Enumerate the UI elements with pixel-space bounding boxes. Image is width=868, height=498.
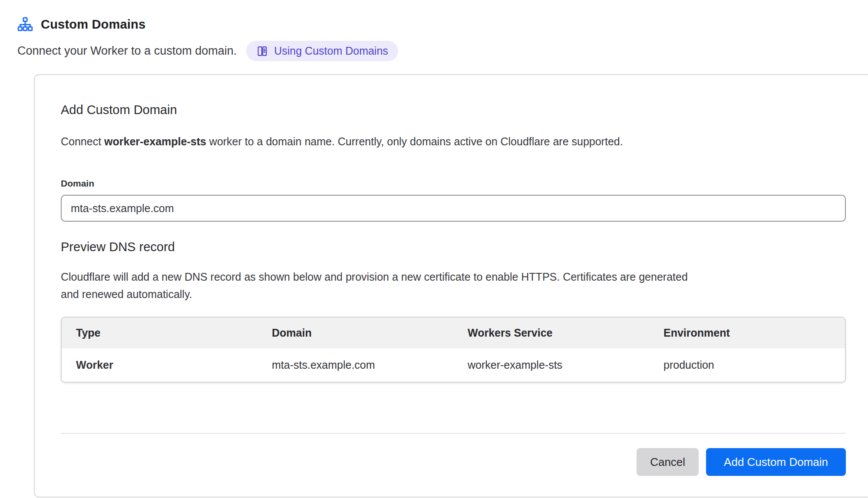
preview-dns-heading: Preview DNS record: [61, 240, 846, 254]
add-custom-domain-card: Add Custom Domain Connect worker-example…: [34, 74, 868, 498]
cell-domain: mta-sts.example.com: [257, 348, 453, 382]
column-header-workers-service: Workers Service: [453, 318, 649, 348]
page-subtitle: Connect your Worker to a custom domain.: [17, 44, 237, 58]
domain-field-group: Domain: [61, 178, 846, 222]
intro-prefix: Connect: [61, 135, 104, 147]
cancel-button[interactable]: Cancel: [637, 448, 699, 476]
docs-link-badge[interactable]: Using Custom Domains: [246, 41, 398, 61]
page-subtitle-row: Connect your Worker to a custom domain. …: [17, 41, 868, 61]
column-header-type: Type: [62, 318, 257, 348]
table-row: Worker mta-sts.example.com worker-exampl…: [62, 348, 845, 382]
docs-link-label: Using Custom Domains: [274, 45, 388, 57]
column-header-environment: Environment: [649, 318, 845, 348]
preview-dns-description: Cloudflare will add a new DNS record as …: [61, 268, 699, 303]
intro-worker-name: worker-example-sts: [104, 135, 206, 147]
card-intro-text: Connect worker-example-sts worker to a d…: [61, 135, 846, 148]
card-footer: Cancel Add Custom Domain: [61, 448, 846, 476]
column-header-domain: Domain: [257, 318, 453, 348]
card-heading: Add Custom Domain: [61, 103, 846, 117]
page-header: Custom Domains: [17, 16, 868, 32]
cell-workers-service: worker-example-sts: [453, 348, 649, 382]
table-header-row: Type Domain Workers Service Environment: [62, 318, 845, 348]
open-book-icon: [256, 45, 268, 57]
cell-environment: production: [649, 348, 845, 382]
domain-field-label: Domain: [61, 178, 846, 189]
page-title: Custom Domains: [41, 17, 145, 32]
add-custom-domain-button[interactable]: Add Custom Domain: [706, 448, 846, 476]
sitemap-icon: [17, 16, 33, 32]
cell-type: Worker: [62, 348, 257, 382]
footer-divider: [61, 433, 846, 434]
custom-domains-page: Custom Domains Connect your Worker to a …: [0, 0, 868, 498]
domain-input[interactable]: [61, 195, 846, 222]
dns-record-table: Type Domain Workers Service Environment …: [61, 317, 846, 383]
intro-suffix: worker to a domain name. Currently, only…: [206, 135, 623, 147]
